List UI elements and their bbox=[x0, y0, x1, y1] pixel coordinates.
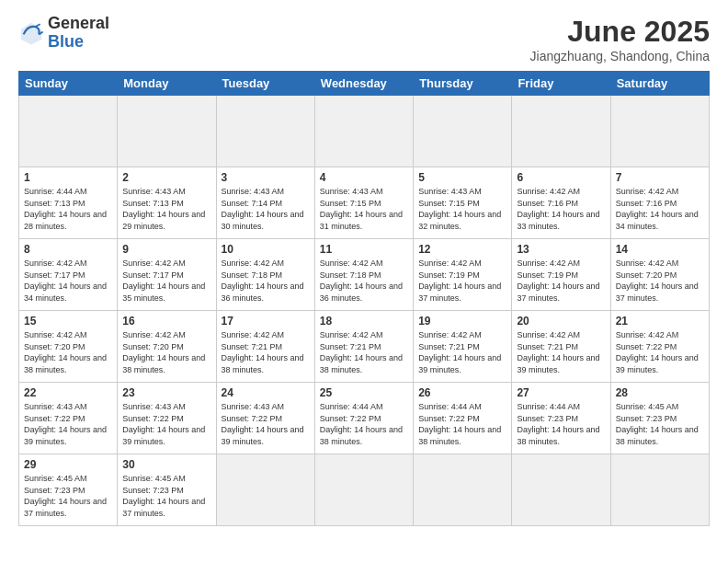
day-number: 17 bbox=[222, 315, 310, 327]
day-number: 3 bbox=[222, 171, 310, 184]
calendar-cell: 21Sunrise: 4:42 AM Sunset: 7:22 PM Dayli… bbox=[610, 311, 709, 383]
day-number: 22 bbox=[24, 386, 112, 399]
cell-info: Sunrise: 4:42 AM Sunset: 7:21 PM Dayligh… bbox=[222, 329, 310, 375]
cell-info: Sunrise: 4:42 AM Sunset: 7:17 PM Dayligh… bbox=[122, 258, 210, 304]
title-block: June 2025 Jiangzhuang, Shandong, China bbox=[530, 15, 710, 63]
cell-info: Sunrise: 4:44 AM Sunset: 7:13 PM Dayligh… bbox=[24, 186, 112, 232]
cell-info: Sunrise: 4:43 AM Sunset: 7:15 PM Dayligh… bbox=[320, 186, 408, 232]
day-number: 16 bbox=[122, 315, 210, 327]
calendar-week-4: 22Sunrise: 4:43 AM Sunset: 7:22 PM Dayli… bbox=[19, 383, 710, 454]
calendar-cell: 6Sunrise: 4:42 AM Sunset: 7:16 PM Daylig… bbox=[512, 167, 610, 239]
calendar-cell bbox=[216, 96, 314, 167]
calendar-cell: 12Sunrise: 4:42 AM Sunset: 7:19 PM Dayli… bbox=[414, 239, 512, 311]
calendar-cell: 5Sunrise: 4:43 AM Sunset: 7:15 PM Daylig… bbox=[414, 167, 512, 239]
day-number: 9 bbox=[122, 243, 210, 256]
calendar-cell bbox=[414, 96, 512, 167]
header-sunday: Sunday bbox=[19, 72, 118, 96]
day-number: 28 bbox=[616, 386, 704, 399]
calendar-cell: 10Sunrise: 4:42 AM Sunset: 7:18 PM Dayli… bbox=[216, 239, 314, 311]
cell-info: Sunrise: 4:42 AM Sunset: 7:21 PM Dayligh… bbox=[517, 329, 605, 375]
calendar-cell: 23Sunrise: 4:43 AM Sunset: 7:22 PM Dayli… bbox=[118, 383, 216, 454]
calendar-cell bbox=[610, 96, 709, 167]
cell-info: Sunrise: 4:42 AM Sunset: 7:16 PM Dayligh… bbox=[517, 186, 605, 232]
logo: General Blue bbox=[18, 15, 109, 52]
day-number: 14 bbox=[616, 243, 704, 256]
calendar-cell: 24Sunrise: 4:43 AM Sunset: 7:22 PM Dayli… bbox=[216, 383, 314, 454]
day-number: 24 bbox=[222, 386, 310, 399]
calendar-week-5: 29Sunrise: 4:45 AM Sunset: 7:23 PM Dayli… bbox=[19, 454, 710, 526]
cell-info: Sunrise: 4:43 AM Sunset: 7:13 PM Dayligh… bbox=[122, 186, 210, 232]
calendar-cell: 16Sunrise: 4:42 AM Sunset: 7:20 PM Dayli… bbox=[118, 311, 216, 383]
day-number: 13 bbox=[517, 243, 605, 256]
day-number: 27 bbox=[517, 386, 605, 399]
cell-info: Sunrise: 4:42 AM Sunset: 7:20 PM Dayligh… bbox=[24, 329, 112, 375]
cell-info: Sunrise: 4:44 AM Sunset: 7:22 PM Dayligh… bbox=[320, 401, 408, 447]
day-number: 21 bbox=[616, 315, 704, 327]
header-monday: Monday bbox=[118, 72, 216, 96]
cell-info: Sunrise: 4:44 AM Sunset: 7:22 PM Dayligh… bbox=[418, 401, 506, 447]
calendar-cell: 25Sunrise: 4:44 AM Sunset: 7:22 PM Dayli… bbox=[314, 383, 413, 454]
cell-info: Sunrise: 4:42 AM Sunset: 7:21 PM Dayligh… bbox=[320, 329, 408, 375]
calendar-week-2: 8Sunrise: 4:42 AM Sunset: 7:17 PM Daylig… bbox=[19, 239, 710, 311]
calendar-cell bbox=[610, 454, 709, 526]
cell-info: Sunrise: 4:43 AM Sunset: 7:22 PM Dayligh… bbox=[122, 401, 210, 447]
day-number: 8 bbox=[24, 243, 112, 256]
cell-info: Sunrise: 4:42 AM Sunset: 7:20 PM Dayligh… bbox=[616, 258, 704, 304]
cell-info: Sunrise: 4:42 AM Sunset: 7:16 PM Dayligh… bbox=[616, 186, 704, 232]
calendar-cell bbox=[512, 454, 610, 526]
cell-info: Sunrise: 4:42 AM Sunset: 7:18 PM Dayligh… bbox=[222, 258, 310, 304]
calendar-cell: 20Sunrise: 4:42 AM Sunset: 7:21 PM Dayli… bbox=[512, 311, 610, 383]
page: General Blue June 2025 Jiangzhuang, Shan… bbox=[0, 0, 728, 563]
cell-info: Sunrise: 4:43 AM Sunset: 7:22 PM Dayligh… bbox=[222, 401, 310, 447]
day-number: 11 bbox=[320, 243, 408, 256]
cell-info: Sunrise: 4:45 AM Sunset: 7:23 PM Dayligh… bbox=[24, 473, 112, 519]
day-number: 2 bbox=[122, 171, 210, 184]
calendar-cell: 11Sunrise: 4:42 AM Sunset: 7:18 PM Dayli… bbox=[314, 239, 413, 311]
calendar-cell: 18Sunrise: 4:42 AM Sunset: 7:21 PM Dayli… bbox=[314, 311, 413, 383]
cell-info: Sunrise: 4:43 AM Sunset: 7:15 PM Dayligh… bbox=[418, 186, 506, 232]
calendar-cell: 8Sunrise: 4:42 AM Sunset: 7:17 PM Daylig… bbox=[19, 239, 118, 311]
calendar-cell: 2Sunrise: 4:43 AM Sunset: 7:13 PM Daylig… bbox=[118, 167, 216, 239]
cell-info: Sunrise: 4:42 AM Sunset: 7:17 PM Dayligh… bbox=[24, 258, 112, 304]
calendar-cell bbox=[19, 96, 118, 167]
header-friday: Friday bbox=[512, 72, 610, 96]
header: General Blue June 2025 Jiangzhuang, Shan… bbox=[18, 15, 710, 63]
calendar-header-row: Sunday Monday Tuesday Wednesday Thursday… bbox=[19, 72, 710, 96]
day-number: 18 bbox=[320, 315, 408, 327]
cell-info: Sunrise: 4:43 AM Sunset: 7:22 PM Dayligh… bbox=[24, 401, 112, 447]
calendar-cell: 29Sunrise: 4:45 AM Sunset: 7:23 PM Dayli… bbox=[19, 454, 118, 526]
calendar-week-1: 1Sunrise: 4:44 AM Sunset: 7:13 PM Daylig… bbox=[19, 167, 710, 239]
day-number: 5 bbox=[418, 171, 506, 184]
calendar-cell: 9Sunrise: 4:42 AM Sunset: 7:17 PM Daylig… bbox=[118, 239, 216, 311]
calendar-week-0 bbox=[19, 96, 710, 167]
day-number: 25 bbox=[320, 386, 408, 399]
calendar-cell: 28Sunrise: 4:45 AM Sunset: 7:23 PM Dayli… bbox=[610, 383, 709, 454]
logo-blue-text: Blue bbox=[48, 33, 109, 52]
cell-info: Sunrise: 4:42 AM Sunset: 7:19 PM Dayligh… bbox=[517, 258, 605, 304]
day-number: 26 bbox=[418, 386, 506, 399]
header-wednesday: Wednesday bbox=[314, 72, 413, 96]
header-thursday: Thursday bbox=[414, 72, 512, 96]
calendar-cell: 1Sunrise: 4:44 AM Sunset: 7:13 PM Daylig… bbox=[19, 167, 118, 239]
day-number: 4 bbox=[320, 171, 408, 184]
cell-info: Sunrise: 4:42 AM Sunset: 7:18 PM Dayligh… bbox=[320, 258, 408, 304]
calendar-cell bbox=[314, 454, 413, 526]
day-number: 7 bbox=[616, 171, 704, 184]
cell-info: Sunrise: 4:42 AM Sunset: 7:22 PM Dayligh… bbox=[616, 329, 704, 375]
cell-info: Sunrise: 4:44 AM Sunset: 7:23 PM Dayligh… bbox=[517, 401, 605, 447]
header-saturday: Saturday bbox=[610, 72, 709, 96]
day-number: 19 bbox=[418, 315, 506, 327]
calendar-cell: 13Sunrise: 4:42 AM Sunset: 7:19 PM Dayli… bbox=[512, 239, 610, 311]
calendar-cell bbox=[216, 454, 314, 526]
calendar-cell: 3Sunrise: 4:43 AM Sunset: 7:14 PM Daylig… bbox=[216, 167, 314, 239]
day-number: 29 bbox=[24, 458, 112, 471]
calendar-week-3: 15Sunrise: 4:42 AM Sunset: 7:20 PM Dayli… bbox=[19, 311, 710, 383]
calendar-cell: 22Sunrise: 4:43 AM Sunset: 7:22 PM Dayli… bbox=[19, 383, 118, 454]
logo-icon bbox=[18, 20, 44, 46]
day-number: 20 bbox=[517, 315, 605, 327]
day-number: 30 bbox=[122, 458, 210, 471]
calendar-cell: 17Sunrise: 4:42 AM Sunset: 7:21 PM Dayli… bbox=[216, 311, 314, 383]
cell-info: Sunrise: 4:43 AM Sunset: 7:14 PM Dayligh… bbox=[222, 186, 310, 232]
cell-info: Sunrise: 4:42 AM Sunset: 7:20 PM Dayligh… bbox=[122, 329, 210, 375]
cell-info: Sunrise: 4:45 AM Sunset: 7:23 PM Dayligh… bbox=[122, 473, 210, 519]
